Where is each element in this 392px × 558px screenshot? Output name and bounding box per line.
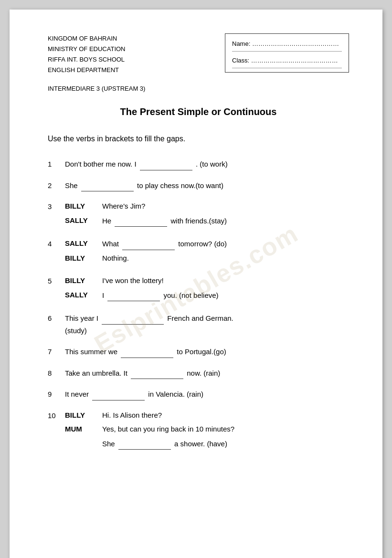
- fill-blank: [92, 388, 145, 400]
- item-number: 10: [48, 409, 65, 422]
- header-area: KINGDOM OF BAHRAIN MINISTRY OF EDUCATION…: [48, 33, 349, 75]
- sentence-text: Take an umbrella. It now. (rain): [65, 367, 349, 379]
- fill-blank: [122, 237, 175, 250]
- item-number: 3: [48, 200, 65, 213]
- fill-blank: [131, 367, 183, 379]
- class-label: Class:: [232, 57, 249, 64]
- school-line2: MINISTRY OF EDUCATION: [48, 44, 126, 54]
- dialogue-row: SALLYWhat tomorrow? (do): [65, 237, 349, 250]
- dialogue-row: BILLYWhere's Jim?: [65, 200, 349, 212]
- school-line4: ENGLISH DEPARTMENT: [48, 65, 126, 75]
- fill-blank: [118, 437, 171, 450]
- speaker-name: BILLY: [65, 274, 98, 287]
- sentence-text: It never in Valencia. (rain): [65, 388, 349, 400]
- school-info: KINGDOM OF BAHRAIN MINISTRY OF EDUCATION…: [48, 33, 126, 75]
- dialogue-row: BILLYHi. Is Alison there?: [65, 409, 349, 421]
- dialogue-row: She a shower. (have): [65, 437, 349, 450]
- item-number: 2: [48, 179, 65, 192]
- exercise-item-2: 2She to play chess now.(to want): [48, 179, 349, 192]
- speaker-name: [65, 437, 98, 450]
- item-content: BILLYHi. Is Alison there?MUMYes, but can…: [65, 409, 349, 452]
- speaker-name: SALLY: [65, 214, 98, 227]
- item-number: 5: [48, 274, 65, 287]
- sentence-text: Don't bother me now. I . (to work): [65, 158, 349, 170]
- item-content: This summer we to Portugal.(go): [65, 345, 349, 358]
- speaker-line: Yes, but can you ring back in 10 minutes…: [102, 423, 349, 435]
- dialogue-row: BILLYNothing.: [65, 252, 349, 264]
- item-content: She to play chess now.(to want): [65, 179, 349, 192]
- item-content: This year I French and German.(study): [65, 312, 349, 337]
- exercise-item-3: 3BILLYWhere's Jim?SALLYHe with friends.(…: [48, 200, 349, 229]
- item-content: It never in Valencia. (rain): [65, 388, 349, 400]
- exercise-item-6: 6This year I French and German.(study): [48, 312, 349, 337]
- item-number: 9: [48, 388, 65, 400]
- item-content: BILLYI've won the lottery!SALLYI you. (n…: [65, 274, 349, 303]
- school-line3: RIFFA INT. BOYS SCHOOL: [48, 54, 126, 65]
- item-number: 1: [48, 158, 65, 170]
- name-label: Name:: [232, 40, 250, 47]
- speaker-line: What tomorrow? (do): [102, 237, 349, 250]
- item-content: BILLYWhere's Jim?SALLYHe with friends.(s…: [65, 200, 349, 229]
- exercise-item-8: 8Take an umbrella. It now. (rain): [48, 367, 349, 379]
- worksheet-title: The Present Simple or Continuous: [48, 106, 349, 117]
- instruction-text: Use the verbs in brackets to fill the ga…: [48, 135, 349, 143]
- exercise-item-7: 7This summer we to Portugal.(go): [48, 345, 349, 358]
- fill-blank: [107, 289, 160, 302]
- exercise-item-10: 10BILLYHi. Is Alison there?MUMYes, but c…: [48, 409, 349, 452]
- dialogue-row: BILLYI've won the lottery!: [65, 274, 349, 287]
- item-number: 7: [48, 345, 65, 358]
- item-content: SALLYWhat tomorrow? (do)BILLYNothing.: [65, 237, 349, 266]
- fill-blank: [121, 345, 173, 358]
- level-line: INTERMEDIARE 3 (UPSTREAM 3): [48, 85, 349, 92]
- sentence-text: She to play chess now.(to want): [65, 179, 349, 192]
- speaker-name: BILLY: [65, 409, 98, 421]
- fill-blank: [81, 179, 134, 192]
- speaker-line: I've won the lottery!: [102, 274, 349, 287]
- speaker-line: Nothing.: [102, 252, 349, 264]
- speaker-name: SALLY: [65, 289, 98, 302]
- speaker-line: Where's Jim?: [102, 200, 349, 212]
- item-content: Take an umbrella. It now. (rain): [65, 367, 349, 379]
- speaker-line: Hi. Is Alison there?: [102, 409, 349, 421]
- speaker-name: SALLY: [65, 237, 98, 250]
- name-dots: ……………………………………: [252, 40, 339, 47]
- sentence-text: This year I French and German.(study): [65, 312, 349, 337]
- speaker-name: MUM: [65, 423, 98, 435]
- speaker-name: BILLY: [65, 200, 98, 212]
- class-field: Class: ……………………………………: [232, 54, 342, 68]
- dialogue-row: SALLYHe with friends.(stay): [65, 214, 349, 227]
- school-line1: KINGDOM OF BAHRAIN: [48, 33, 126, 44]
- speaker-line: He with friends.(stay): [102, 214, 349, 227]
- item-content: Don't bother me now. I . (to work): [65, 158, 349, 170]
- class-dots: ……………………………………: [251, 57, 338, 64]
- sentence-text: This summer we to Portugal.(go): [65, 345, 349, 358]
- exercise-item-5: 5BILLYI've won the lottery!SALLYI you. (…: [48, 274, 349, 303]
- fill-blank: [102, 312, 164, 325]
- exercise-item-9: 9It never in Valencia. (rain): [48, 388, 349, 400]
- item-number: 8: [48, 367, 65, 379]
- speaker-name: BILLY: [65, 252, 98, 264]
- speaker-line: I you. (not believe): [102, 289, 349, 302]
- fill-blank: [140, 158, 192, 170]
- exercise-item-4: 4SALLYWhat tomorrow? (do)BILLYNothing.: [48, 237, 349, 266]
- name-class-box: Name: …………………………………… Class: …………………………………: [225, 33, 349, 73]
- item-number: 6: [48, 312, 65, 325]
- dialogue-row: MUMYes, but can you ring back in 10 minu…: [65, 423, 349, 435]
- exercise-item-1: 1Don't bother me now. I . (to work): [48, 158, 349, 170]
- speaker-line: She a shower. (have): [102, 437, 349, 450]
- item-number: 4: [48, 237, 65, 250]
- name-field: Name: ……………………………………: [232, 38, 342, 52]
- worksheet-page: Eslprintables.com KINGDOM OF BAHRAIN MIN…: [10, 10, 382, 558]
- exercise-list: 1Don't bother me now. I . (to work)2She …: [48, 158, 349, 452]
- dialogue-row: SALLYI you. (not believe): [65, 289, 349, 302]
- fill-blank: [115, 214, 167, 227]
